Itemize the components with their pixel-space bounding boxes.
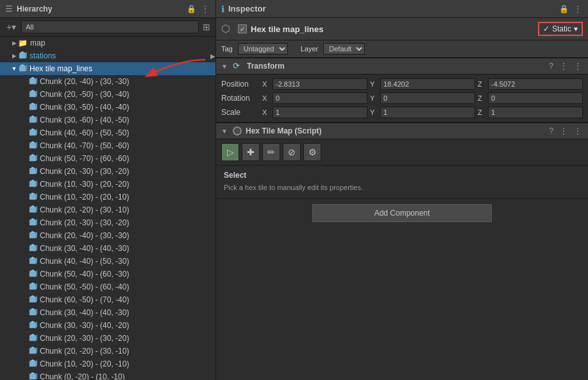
pos-y-input[interactable] bbox=[380, 78, 475, 90]
script-help-button[interactable]: ? bbox=[548, 126, 555, 136]
svg-marker-22 bbox=[29, 141, 36, 143]
svg-marker-14 bbox=[36, 103, 37, 110]
stations-expand-arrow: ▶ bbox=[210, 53, 215, 60]
hierarchy-item-stations[interactable]: ▶ stations ▶ bbox=[0, 49, 215, 62]
search-input[interactable] bbox=[21, 21, 199, 33]
erase-tool-button[interactable]: ⊘ bbox=[283, 143, 301, 161]
rot-z-input[interactable] bbox=[488, 92, 583, 104]
svg-rect-24 bbox=[29, 156, 36, 161]
svg-marker-64 bbox=[29, 321, 36, 323]
hierarchy-item-chunk-4[interactable]: Chunk (30, -60) - (40, -50) bbox=[0, 114, 215, 126]
position-label: Position bbox=[221, 80, 260, 89]
item-label: Chunk (20, -30) - (30, -20) bbox=[40, 334, 129, 343]
item-label-stations: stations bbox=[29, 51, 56, 60]
item-label: Chunk (20, -30) - (30, -20) bbox=[40, 167, 129, 176]
layer-label: Layer bbox=[301, 45, 319, 53]
hierarchy-item-chunk-18[interactable]: Chunk (60, -50) - (70, -40) bbox=[0, 293, 215, 306]
hierarchy-item-chunk-6[interactable]: Chunk (40, -70) - (50, -60) bbox=[0, 139, 215, 152]
transform-more-button[interactable]: ⋮ bbox=[573, 61, 583, 71]
cube-icon-hex bbox=[18, 64, 27, 74]
scale-y-label: Y bbox=[370, 108, 378, 116]
add-tool-button[interactable]: ✚ bbox=[242, 143, 260, 161]
script-more-button[interactable]: ⋮ bbox=[573, 126, 583, 136]
scale-y-input[interactable] bbox=[380, 107, 475, 118]
hierarchy-item-chunk-14[interactable]: Chunk (30, -40) - (40, -30) bbox=[0, 242, 215, 255]
svg-marker-31 bbox=[29, 180, 36, 182]
hierarchy-item-chunk-1[interactable]: Chunk (20, -40) - (30, -30) bbox=[0, 75, 215, 88]
hierarchy-item-chunk-23[interactable]: Chunk (10, -20) - (20, -10) bbox=[0, 358, 215, 370]
hierarchy-item-hex-tile-map-lines[interactable]: ▼ Hex tile map_lines bbox=[0, 62, 215, 75]
script-settings-button[interactable]: ⋮ bbox=[559, 126, 569, 136]
static-badge[interactable]: ✓ Static ▾ bbox=[538, 22, 583, 36]
tag-layer-row: Tag Untagged Layer Default bbox=[216, 40, 588, 58]
hierarchy-item-chunk-2[interactable]: Chunk (20, -50) - (30, -40) bbox=[0, 88, 215, 101]
hierarchy-item-chunk-5[interactable]: Chunk (40, -60) - (50, -50) bbox=[0, 126, 215, 139]
hierarchy-item-chunk-24[interactable]: Chunk (0, -20) - (10, -10) bbox=[0, 370, 215, 380]
pos-x-input[interactable] bbox=[273, 78, 367, 90]
hierarchy-item-chunk-7[interactable]: Chunk (50, -70) - (60, -60) bbox=[0, 152, 215, 165]
transform-settings-button[interactable]: ⋮ bbox=[559, 61, 569, 71]
inspector-lock-button[interactable]: 🔒 bbox=[558, 4, 570, 14]
hierarchy-list: ▶ 📁 map ▶ stations ▶ ▼ bbox=[0, 37, 215, 380]
hierarchy-item-chunk-17[interactable]: Chunk (50, -50) - (60, -40) bbox=[0, 281, 215, 293]
tag-select[interactable]: Untagged bbox=[238, 43, 288, 55]
hierarchy-item-chunk-16[interactable]: Chunk (50, -40) - (60, -30) bbox=[0, 268, 215, 281]
script-expand-arrow: ▼ bbox=[221, 128, 229, 135]
layer-select[interactable]: Default bbox=[323, 43, 365, 55]
paint-tool-button[interactable]: ✏ bbox=[262, 143, 280, 161]
transform-content: Position X Y Z Rotation X Y Z bbox=[216, 74, 588, 123]
hierarchy-item-chunk-8[interactable]: Chunk (20, -30) - (30, -20) bbox=[0, 165, 215, 178]
pos-z-input[interactable] bbox=[488, 78, 583, 90]
rot-x-input[interactable] bbox=[273, 92, 367, 104]
item-label-hex-tile-map-lines: Hex tile map_lines bbox=[29, 64, 92, 73]
item-label: Chunk (40, -70) - (50, -60) bbox=[40, 141, 129, 150]
add-object-button[interactable]: +▾ bbox=[4, 21, 19, 33]
more-options-button[interactable]: ⋮ bbox=[200, 4, 210, 14]
hierarchy-item-chunk-22[interactable]: Chunk (20, -20) - (30, -10) bbox=[0, 345, 215, 358]
hierarchy-item-chunk-11[interactable]: Chunk (20, -20) - (30, -10) bbox=[0, 203, 215, 216]
rot-y-input[interactable] bbox=[380, 92, 475, 104]
script-enabled-toggle[interactable] bbox=[233, 126, 242, 135]
hierarchy-item-chunk-15[interactable]: Chunk (40, -40) - (50, -30) bbox=[0, 255, 215, 268]
transform-section-header[interactable]: ▼ ⟳ Transform ? ⋮ ⋮ bbox=[216, 58, 588, 74]
svg-marker-59 bbox=[36, 296, 37, 302]
hierarchy-item-chunk-13[interactable]: Chunk (20, -40) - (30, -30) bbox=[0, 229, 215, 242]
svg-rect-33 bbox=[29, 194, 36, 200]
hierarchy-item-chunk-20[interactable]: Chunk (30, -30) - (40, -20) bbox=[0, 319, 215, 332]
svg-rect-63 bbox=[29, 323, 36, 328]
add-component-button[interactable]: Add Component bbox=[312, 204, 492, 222]
cursor-tool-button[interactable]: ▷ bbox=[221, 143, 239, 161]
hierarchy-item-chunk-9[interactable]: Chunk (10, -30) - (20, -20) bbox=[0, 178, 215, 191]
object-enabled-checkbox[interactable]: ✓ bbox=[238, 24, 247, 33]
script-tools: ▷ ✚ ✏ ⊘ ⚙ bbox=[216, 139, 588, 166]
cube-icon-chunk bbox=[28, 269, 37, 280]
scale-z-label: Z bbox=[478, 108, 485, 116]
folder-icon-map: 📁 bbox=[18, 39, 28, 48]
item-label: Chunk (50, -70) - (60, -60) bbox=[40, 154, 129, 163]
svg-marker-38 bbox=[36, 206, 37, 212]
svg-rect-27 bbox=[29, 169, 36, 174]
hierarchy-item-chunk-21[interactable]: Chunk (20, -30) - (30, -20) bbox=[0, 332, 215, 345]
item-label: Chunk (20, -20) - (30, -10) bbox=[40, 205, 129, 214]
svg-marker-47 bbox=[36, 245, 37, 251]
search-expand-button[interactable]: ⊞ bbox=[201, 21, 212, 33]
svg-rect-69 bbox=[29, 349, 36, 354]
hierarchy-item-chunk-12[interactable]: Chunk (20, -30) - (30, -20) bbox=[0, 216, 215, 229]
svg-rect-15 bbox=[29, 117, 36, 123]
transform-icon: ⟳ bbox=[233, 61, 243, 71]
hierarchy-item-chunk-3[interactable]: Chunk (30, -50) - (40, -40) bbox=[0, 101, 215, 114]
settings-tool-button[interactable]: ⚙ bbox=[303, 143, 321, 161]
inspector-more-button[interactable]: ⋮ bbox=[573, 4, 583, 14]
hierarchy-item-chunk-19[interactable]: Chunk (30, -40) - (40, -30) bbox=[0, 306, 215, 319]
transform-help-button[interactable]: ? bbox=[548, 61, 555, 71]
lock-button[interactable]: 🔒 bbox=[185, 4, 197, 14]
hierarchy-item-chunk-10[interactable]: Chunk (10, -20) - (20, -10) bbox=[0, 191, 215, 203]
item-label: Chunk (40, -60) - (50, -50) bbox=[40, 128, 129, 137]
hierarchy-item-map[interactable]: ▶ 📁 map bbox=[0, 37, 215, 49]
object-name: Hex tile map_lines bbox=[251, 24, 534, 34]
cube-icon-chunk bbox=[28, 102, 37, 113]
scale-z-input[interactable] bbox=[488, 107, 583, 118]
script-section-header[interactable]: ▼ Hex Tile Map (Script) ? ⋮ ⋮ bbox=[216, 123, 588, 139]
svg-marker-71 bbox=[36, 347, 37, 354]
scale-x-input[interactable] bbox=[273, 107, 367, 118]
